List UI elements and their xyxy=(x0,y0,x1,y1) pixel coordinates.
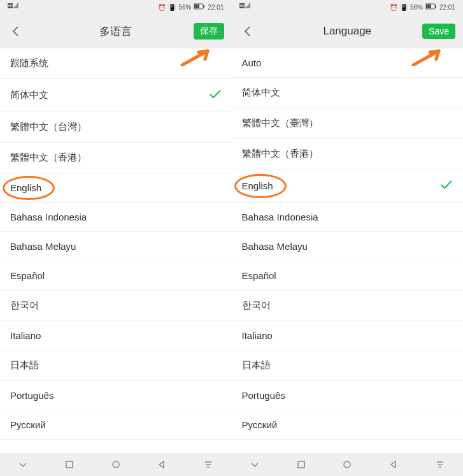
language-label: 繁體中文（臺灣） xyxy=(242,117,318,129)
language-label: 简体中文 xyxy=(10,89,48,101)
language-label: Español xyxy=(242,270,276,281)
language-item[interactable]: Italiano xyxy=(232,321,464,350)
status-right: ⏰ 📳 56% 22:01 xyxy=(390,3,455,11)
svg-rect-11 xyxy=(435,5,436,8)
vibrate-icon: 📳 xyxy=(400,4,408,11)
nav-dropdown-icon[interactable] xyxy=(18,459,28,470)
save-button[interactable]: 保存 xyxy=(194,23,224,40)
header: 多语言 保存 xyxy=(0,14,232,48)
nav-bar xyxy=(0,453,232,476)
svg-rect-4 xyxy=(203,5,204,8)
language-label: 繁體中文（香港） xyxy=(10,152,87,164)
language-label: 한국어 xyxy=(242,299,271,312)
language-list-right: Auto简体中文繁體中文（臺灣）繁體中文（香港）EnglishBahasa In… xyxy=(232,48,464,453)
annotation-arrow xyxy=(411,48,445,66)
nav-recent-icon[interactable] xyxy=(64,459,75,470)
nav-back-icon[interactable] xyxy=(157,459,167,470)
language-item[interactable]: Español xyxy=(232,261,464,291)
check-icon xyxy=(440,178,453,193)
time-text: 22:01 xyxy=(439,4,455,11)
language-label: Português xyxy=(10,390,53,401)
language-list-left: 跟随系统简体中文繁體中文（台灣）繁體中文（香港）EnglishBahasa In… xyxy=(0,48,232,453)
language-item[interactable]: Português xyxy=(232,381,464,410)
battery-text: 56% xyxy=(410,4,423,11)
language-label: Español xyxy=(10,270,45,281)
language-item[interactable]: English xyxy=(232,169,464,203)
language-label: 繁體中文（香港） xyxy=(242,148,318,160)
language-label: Bahasa Indonesia xyxy=(10,212,87,222)
language-item[interactable]: Español xyxy=(0,261,232,291)
phone-right: HD ⏰ 📳 56% 22:01 Language Save Auto简体中文繁… xyxy=(232,0,464,476)
nav-bar xyxy=(232,453,464,476)
status-right: ⏰ 📳 56% 22:01 xyxy=(158,3,224,11)
network-icon: HD xyxy=(239,3,252,11)
language-item[interactable]: Bahasa Melayu xyxy=(232,232,464,261)
language-item[interactable]: 简体中文 xyxy=(0,79,232,112)
status-bar: HD ⏰ 📳 56% 22:01 xyxy=(0,0,232,14)
language-item[interactable]: 日本語 xyxy=(232,350,464,381)
language-item[interactable]: 繁體中文（香港） xyxy=(232,139,464,169)
language-item[interactable]: Português xyxy=(0,381,232,410)
nav-home-icon[interactable] xyxy=(111,459,121,470)
alarm-icon: ⏰ xyxy=(390,4,397,11)
nav-menu-icon[interactable] xyxy=(435,459,445,470)
page-title: 多语言 xyxy=(99,24,132,39)
status-left: HD xyxy=(8,3,20,11)
language-label: English xyxy=(242,180,273,191)
network-icon: HD xyxy=(8,3,20,11)
language-label: Auto xyxy=(242,57,262,68)
language-item[interactable]: 日本語 xyxy=(0,350,232,381)
alarm-icon: ⏰ xyxy=(158,4,166,11)
language-item[interactable]: 한국어 xyxy=(232,291,464,321)
nav-recent-icon[interactable] xyxy=(296,459,306,470)
svg-text:HD: HD xyxy=(239,4,245,8)
language-label: 繁體中文（台灣） xyxy=(10,121,87,133)
vibrate-icon: 📳 xyxy=(168,4,176,11)
language-item[interactable]: 繁體中文（香港） xyxy=(0,143,232,173)
language-item[interactable]: English xyxy=(0,173,232,203)
language-label: Русский xyxy=(10,419,46,430)
language-label: English xyxy=(10,182,41,193)
back-button[interactable] xyxy=(8,24,23,39)
language-item[interactable]: Bahasa Indonesia xyxy=(0,203,232,232)
language-item[interactable]: Русский xyxy=(0,410,232,440)
language-label: 跟随系统 xyxy=(10,57,48,69)
language-label: Русский xyxy=(242,419,278,430)
annotation-arrow xyxy=(180,48,214,66)
back-button[interactable] xyxy=(239,24,255,39)
nav-back-icon[interactable] xyxy=(388,459,399,470)
svg-rect-3 xyxy=(194,4,199,8)
language-label: Bahasa Melayu xyxy=(10,241,76,252)
nav-dropdown-icon[interactable] xyxy=(250,459,260,470)
language-label: Bahasa Melayu xyxy=(242,241,308,252)
svg-rect-12 xyxy=(298,461,304,468)
svg-rect-5 xyxy=(66,461,73,468)
language-item[interactable]: 繁體中文（台灣） xyxy=(0,112,232,143)
language-item[interactable]: Bahasa Melayu xyxy=(0,232,232,261)
battery-icon xyxy=(194,3,205,11)
language-item[interactable]: 简体中文 xyxy=(232,78,464,108)
svg-point-13 xyxy=(344,461,350,468)
check-icon xyxy=(209,88,222,103)
language-item[interactable]: Русский xyxy=(232,410,464,440)
nav-menu-icon[interactable] xyxy=(203,459,213,470)
battery-text: 56% xyxy=(178,4,191,11)
status-bar: HD ⏰ 📳 56% 22:01 xyxy=(232,0,464,14)
language-label: Português xyxy=(242,390,285,401)
language-item[interactable]: Italiano xyxy=(0,321,232,350)
page-title: Language xyxy=(323,25,371,38)
status-left: HD xyxy=(239,3,252,11)
language-label: 日本語 xyxy=(242,359,271,371)
svg-point-6 xyxy=(113,461,119,468)
language-item[interactable]: 繁體中文（臺灣） xyxy=(232,108,464,139)
header: Language Save xyxy=(232,14,464,48)
nav-home-icon[interactable] xyxy=(342,459,352,470)
language-label: Italiano xyxy=(10,330,41,341)
language-item[interactable]: 한국어 xyxy=(0,291,232,321)
language-label: Italiano xyxy=(242,330,273,341)
time-text: 22:01 xyxy=(208,4,224,11)
save-button[interactable]: Save xyxy=(422,24,455,39)
language-item[interactable]: Bahasa Indonesia xyxy=(232,203,464,232)
svg-rect-10 xyxy=(426,4,431,8)
phone-left: HD ⏰ 📳 56% 22:01 多语言 保存 跟随系统简体中文繁體中文（台灣）… xyxy=(0,0,232,476)
